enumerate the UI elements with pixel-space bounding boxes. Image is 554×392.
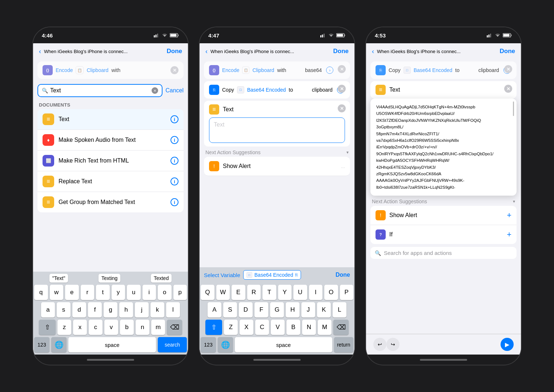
shift-key-2[interactable]: ⇧ [205, 320, 222, 335]
if-suggestion[interactable]: ? If + [370, 225, 517, 244]
remove-encode-icon[interactable]: ✕ [340, 67, 344, 72]
show-alert-suggestion[interactable]: ! Show Alert + [370, 206, 517, 225]
key-G[interactable]: G [270, 302, 284, 317]
key-m[interactable]: m [151, 320, 165, 335]
key-p[interactable]: p [173, 285, 187, 300]
delete-key[interactable]: ⌫ [167, 320, 182, 335]
cancel-button[interactable]: Cancel [165, 87, 184, 94]
key-N[interactable]: N [302, 320, 316, 335]
key-j[interactable]: j [135, 302, 149, 317]
key-s[interactable]: s [57, 302, 71, 317]
key-a[interactable]: a [41, 302, 55, 317]
suggestion-2[interactable]: Texting [99, 274, 120, 283]
key-w[interactable]: w [50, 285, 64, 300]
remove-text-icon-3[interactable]: ✕ [506, 86, 510, 92]
key-r[interactable]: r [81, 285, 95, 300]
back-button-1[interactable]: ‹ [39, 48, 41, 55]
chevron-down-3[interactable]: ▾ [513, 199, 515, 204]
key-O[interactable]: O [324, 285, 338, 300]
shift-key[interactable]: ⇧ [39, 320, 56, 335]
key-M[interactable]: M [318, 320, 332, 335]
remove-copy-icon[interactable]: ✕ [340, 86, 344, 92]
key-U[interactable]: U [293, 285, 307, 300]
done-button-3[interactable]: Done [500, 48, 515, 55]
key-I[interactable]: I [309, 285, 323, 300]
info-button-text[interactable]: i [170, 115, 178, 123]
key-f[interactable]: f [88, 302, 102, 317]
key-q[interactable]: q [34, 285, 48, 300]
key-e[interactable]: e [65, 285, 79, 300]
key-R[interactable]: R [247, 285, 261, 300]
done-button-2[interactable]: Done [333, 48, 349, 55]
key-J[interactable]: J [301, 302, 315, 317]
back-button-2[interactable]: ‹ [205, 48, 208, 55]
key-H[interactable]: H [286, 302, 300, 317]
search-apps-bar[interactable]: 🔍 Search for apps and actions [370, 247, 517, 259]
key-d[interactable]: d [72, 302, 86, 317]
info-button-spoken[interactable]: i [170, 136, 178, 144]
delete-key-2[interactable]: ⌫ [333, 320, 349, 335]
chevron-down-suggestions[interactable]: ▾ [346, 150, 349, 155]
redo-button[interactable]: ↪ [386, 338, 400, 351]
list-item-spoken[interactable]: ♦ Make Spoken Audio from Text i [37, 130, 184, 151]
text-input-field[interactable]: Text [209, 117, 345, 143]
add-show-alert-button[interactable]: + [507, 211, 511, 220]
key-S[interactable]: S [223, 302, 237, 317]
num-key-2[interactable]: 123 [201, 337, 216, 352]
key-i[interactable]: i [142, 285, 156, 300]
remove-icon-3[interactable]: ✕ [506, 67, 510, 72]
key-Q[interactable]: Q [201, 285, 214, 300]
run-button[interactable]: ▶ [501, 338, 514, 351]
remove-icon-top[interactable]: ✕ [173, 68, 177, 73]
key-b[interactable]: b [120, 320, 134, 335]
key-l[interactable]: l [166, 302, 180, 317]
key-B[interactable]: B [286, 320, 300, 335]
key-c[interactable]: c [89, 320, 103, 335]
info-button-group[interactable]: i [170, 198, 178, 206]
variable-done-button[interactable]: Done [336, 272, 350, 278]
key-F[interactable]: F [254, 302, 268, 317]
done-button-1[interactable]: Done [167, 48, 182, 55]
key-A[interactable]: A [208, 302, 221, 317]
key-Y[interactable]: Y [278, 285, 292, 300]
key-k[interactable]: k [150, 302, 164, 317]
key-h[interactable]: h [119, 302, 133, 317]
variable-chip[interactable]: □ Base64 Encoded ⎘ [243, 270, 301, 280]
space-key-2[interactable]: space [235, 337, 332, 352]
key-C[interactable]: C [255, 320, 269, 335]
list-item-replace[interactable]: ≡ Replace Text i [37, 171, 184, 192]
key-t[interactable]: t [96, 285, 110, 300]
select-variable-label[interactable]: Select Variable [204, 272, 240, 278]
emoji-key[interactable]: 🌐 [51, 337, 67, 352]
key-P[interactable]: P [340, 285, 354, 300]
key-L[interactable]: L [333, 302, 346, 317]
key-V[interactable]: V [271, 320, 285, 335]
key-T[interactable]: T [262, 285, 276, 300]
search-input[interactable]: Text [50, 87, 149, 94]
list-item-text[interactable]: ≡ Text i [37, 109, 184, 130]
key-z[interactable]: z [57, 320, 71, 335]
suggestion-3[interactable]: Texted [151, 274, 172, 283]
return-key[interactable]: return [334, 337, 354, 352]
key-v[interactable]: v [104, 320, 118, 335]
back-button-3[interactable]: ‹ [372, 48, 374, 55]
key-E[interactable]: E [232, 285, 245, 300]
key-Z[interactable]: Z [224, 320, 238, 335]
key-x[interactable]: x [73, 320, 87, 335]
add-if-button[interactable]: + [507, 230, 511, 239]
search-key[interactable]: search [158, 337, 187, 352]
key-X[interactable]: X [240, 320, 253, 335]
suggestion-1[interactable]: "Text" [49, 274, 68, 283]
search-field[interactable]: 🔍 Text ✕ [37, 84, 162, 97]
key-K[interactable]: K [317, 302, 331, 317]
show-alert-item[interactable]: ! Show Alert ... [204, 157, 350, 176]
key-u[interactable]: u [127, 285, 141, 300]
list-item-richtext[interactable]: ⬜ Make Rich Text from HTML i [37, 151, 184, 171]
remove-text-icon[interactable]: ✕ [340, 106, 344, 111]
search-clear-button[interactable]: ✕ [152, 87, 158, 94]
undo-button[interactable]: ↩ [373, 338, 386, 351]
key-D[interactable]: D [239, 302, 253, 317]
key-g[interactable]: g [104, 302, 117, 317]
info-button-richtext[interactable]: i [170, 157, 178, 165]
list-item-group[interactable]: ≡ Get Group from Matched Text i [37, 192, 184, 212]
